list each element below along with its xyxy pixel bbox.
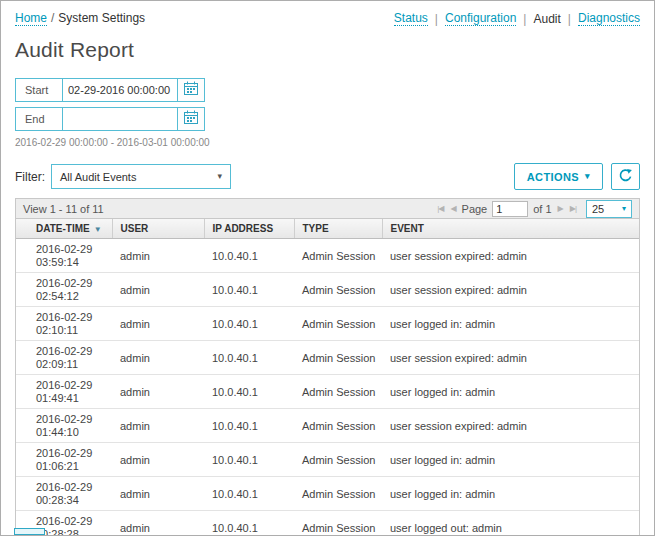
refresh-icon [618, 168, 633, 186]
page-title: Audit Report [15, 38, 640, 62]
cell-user: admin [112, 511, 204, 536]
table-row[interactable]: 2016-02-29 02:09:11 admin 10.0.40.1 Admi… [16, 341, 639, 375]
column-header-label: IP ADDRESS [213, 223, 274, 234]
cell-event: user logged in: admin [382, 477, 639, 511]
refresh-button[interactable] [611, 163, 640, 190]
table-row[interactable]: 2016-02-29 01:06:21 admin 10.0.40.1 Admi… [16, 443, 639, 477]
end-label: End [16, 108, 63, 130]
cell-user: admin [112, 239, 204, 273]
cell-date-time: 2016-02-29 01:06:21 [16, 443, 112, 477]
cell-user: admin [112, 477, 204, 511]
actions-button[interactable]: ACTIONS ▾ [514, 163, 603, 190]
cell-event: user session expired: admin [382, 409, 639, 443]
cell-event: user logged in: admin [382, 307, 639, 341]
table-row[interactable]: 2016-02-29 00:28:34 admin 10.0.40.1 Admi… [16, 477, 639, 511]
chevron-down-icon: ▾ [217, 172, 222, 181]
cell-date: 2016-02-29 [36, 243, 104, 256]
audit-table-body: 2016-02-29 03:59:14 admin 10.0.40.1 Admi… [16, 239, 639, 536]
nav-item-diagnostics[interactable]: Diagnostics [578, 11, 640, 26]
cell-type: Admin Session [294, 375, 382, 409]
table-row[interactable]: 2016-02-29 00:28:28 admin 10.0.40.1 Admi… [16, 511, 639, 536]
start-calendar-button[interactable] [177, 79, 204, 101]
cell-date: 2016-02-29 [36, 345, 104, 358]
calendar-icon [184, 81, 198, 99]
sort-desc-icon: ▼ [94, 225, 102, 234]
cell-event: user logged in: admin [382, 443, 639, 477]
cell-type: Admin Session [294, 341, 382, 375]
cell-time: 00:28:28 [36, 528, 104, 536]
start-date-input[interactable] [63, 79, 177, 101]
column-header-user[interactable]: USER [112, 219, 204, 239]
breadcrumb-home-link[interactable]: Home [15, 11, 47, 26]
nav-item-audit[interactable]: Audit [533, 12, 560, 26]
table-row[interactable]: 2016-02-29 02:10:11 admin 10.0.40.1 Admi… [16, 307, 639, 341]
cell-user: admin [112, 307, 204, 341]
table-row[interactable]: 2016-02-29 01:49:41 admin 10.0.40.1 Admi… [16, 375, 639, 409]
cell-type: Admin Session [294, 511, 382, 536]
cell-time: 02:09:11 [36, 358, 104, 371]
grid-toolbar: View 1 - 11 of 11 |◀ ◀ Page of 1 ▶ ▶| 25… [16, 199, 639, 219]
table-row[interactable]: 2016-02-29 03:59:14 admin 10.0.40.1 Admi… [16, 239, 639, 273]
cell-ip-address: 10.0.40.1 [204, 409, 294, 443]
nav-item-configuration[interactable]: Configuration [445, 11, 516, 26]
cell-type: Admin Session [294, 477, 382, 511]
cell-time: 01:49:41 [36, 392, 104, 405]
cell-date: 2016-02-29 [36, 379, 104, 392]
nav-separator: | [568, 12, 571, 26]
end-calendar-button[interactable] [177, 108, 204, 130]
table-row[interactable]: 2016-02-29 02:54:12 admin 10.0.40.1 Admi… [16, 273, 639, 307]
actions-button-label: ACTIONS [527, 171, 579, 183]
nav-separator: | [523, 12, 526, 26]
column-header-date-time[interactable]: DATE-TIME▼ [16, 219, 112, 239]
cell-date: 2016-02-29 [36, 277, 104, 290]
audit-report-page: Home/System Settings Status | Configurat… [0, 0, 655, 536]
cell-type: Admin Session [294, 273, 382, 307]
cell-date: 2016-02-29 [36, 413, 104, 426]
next-page-button[interactable]: ▶ [557, 204, 564, 213]
breadcrumb-current: System Settings [58, 11, 145, 25]
cell-date: 2016-02-29 [36, 447, 104, 460]
end-date-group: End [15, 107, 205, 131]
page-number-input[interactable] [492, 201, 528, 217]
page-size-select[interactable]: 25 ▾ [586, 200, 632, 218]
cell-type: Admin Session [294, 443, 382, 477]
column-header-label: USER [121, 223, 149, 234]
cell-time: 00:28:34 [36, 494, 104, 507]
cell-type: Admin Session [294, 307, 382, 341]
first-page-button[interactable]: |◀ [436, 204, 444, 213]
cell-date-time: 2016-02-29 02:10:11 [16, 307, 112, 341]
column-header-label: EVENT [391, 223, 424, 234]
column-header-event[interactable]: EVENT [382, 219, 639, 239]
column-header-label: TYPE [303, 223, 329, 234]
cell-ip-address: 10.0.40.1 [204, 239, 294, 273]
cell-date-time: 2016-02-29 02:54:12 [16, 273, 112, 307]
partial-cutoff-element [14, 528, 45, 535]
view-count-text: View 1 - 11 of 11 [23, 203, 104, 215]
cell-type: Admin Session [294, 409, 382, 443]
filter-selected-value: All Audit Events [60, 171, 136, 183]
end-date-input[interactable] [63, 108, 177, 130]
filter-label: Filter: [15, 170, 45, 184]
cell-date: 2016-02-29 [36, 515, 104, 528]
cell-ip-address: 10.0.40.1 [204, 375, 294, 409]
cell-user: admin [112, 443, 204, 477]
prev-page-button[interactable]: ◀ [449, 204, 456, 213]
top-nav: Status | Configuration | Audit | Diagnos… [394, 11, 640, 26]
cell-user: admin [112, 273, 204, 307]
column-header-type[interactable]: TYPE [294, 219, 382, 239]
nav-item-status[interactable]: Status [394, 11, 428, 26]
cell-time: 01:44:10 [36, 426, 104, 439]
nav-separator: | [435, 12, 438, 26]
cell-date: 2016-02-29 [36, 311, 104, 324]
cell-event: user session expired: admin [382, 341, 639, 375]
page-label: Page [462, 203, 488, 215]
audit-table: DATE-TIME▼ USER IP ADDRESS TYPE EVENT 20… [16, 219, 639, 536]
audit-events-filter-select[interactable]: All Audit Events ▾ [51, 164, 231, 189]
calendar-icon [184, 110, 198, 128]
table-row[interactable]: 2016-02-29 01:44:10 admin 10.0.40.1 Admi… [16, 409, 639, 443]
cell-user: admin [112, 341, 204, 375]
cell-ip-address: 10.0.40.1 [204, 307, 294, 341]
filter-row: Filter: All Audit Events ▾ ACTIONS ▾ [15, 163, 640, 190]
last-page-button[interactable]: ▶| [569, 204, 577, 213]
column-header-ip-address[interactable]: IP ADDRESS [204, 219, 294, 239]
